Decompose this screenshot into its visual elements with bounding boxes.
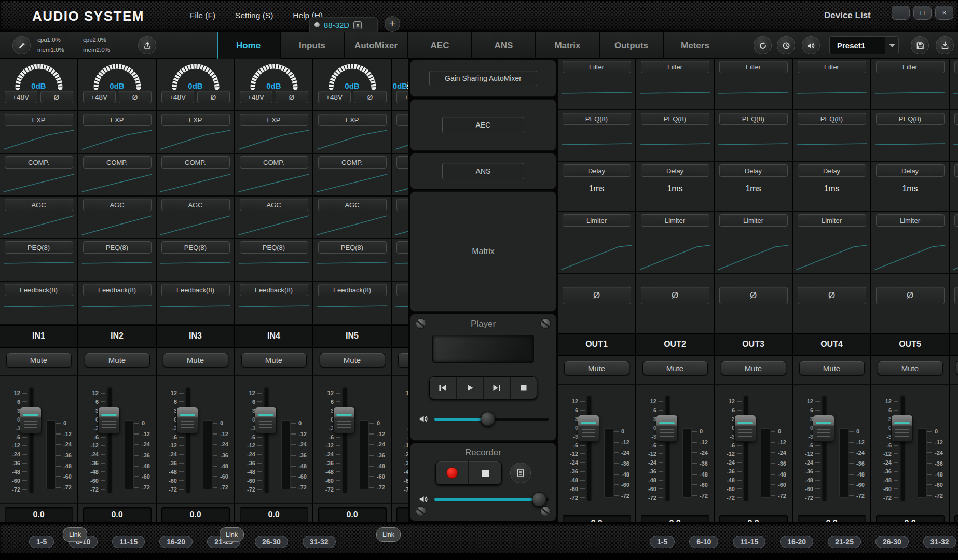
phase-invert-button[interactable]: Ø: [276, 91, 308, 103]
tab-item[interactable]: AEC: [407, 32, 471, 59]
mute-button[interactable]: Mute: [85, 353, 150, 367]
fader-track[interactable]: [823, 396, 826, 501]
menu-item[interactable]: Setting (S): [235, 11, 273, 20]
phase-invert-button[interactable]: Ø: [876, 287, 945, 304]
feedback-button[interactable]: Feedback(8): [240, 284, 308, 296]
preset-select[interactable]: Preset1: [829, 36, 899, 54]
tab-item[interactable]: Home: [217, 32, 280, 59]
add-device-button[interactable]: +: [385, 16, 400, 32]
fader-track[interactable]: [30, 388, 33, 493]
fader-knob[interactable]: [176, 407, 198, 433]
phase-invert-button[interactable]: Ø: [40, 91, 73, 103]
agc-button[interactable]: AGC: [240, 199, 308, 211]
filter-button[interactable]: Filter: [719, 61, 788, 73]
exp-button[interactable]: EXP: [5, 114, 73, 126]
agc-button[interactable]: AGC: [161, 199, 230, 211]
menu-item[interactable]: File (F): [190, 11, 215, 20]
tab-item[interactable]: Matrix: [535, 32, 599, 59]
record-button[interactable]: [436, 461, 468, 484]
filter-button[interactable]: Filter: [954, 61, 958, 73]
agc-button[interactable]: AGC: [83, 199, 152, 211]
peq-button[interactable]: PEQ(8): [240, 241, 308, 254]
peq-button[interactable]: PEQ(8): [5, 241, 73, 254]
edit-button[interactable]: [12, 36, 31, 54]
gain-value-box[interactable]: 0.0: [719, 515, 788, 522]
previous-track-button[interactable]: [430, 377, 456, 399]
phase-invert-button[interactable]: Ø: [719, 287, 788, 304]
page-range-button[interactable]: 11-15: [733, 536, 765, 548]
gain-value-box[interactable]: 0.0: [798, 515, 866, 522]
player-stop-button[interactable]: [510, 377, 537, 399]
limiter-button[interactable]: Limiter: [954, 214, 958, 227]
filter-button[interactable]: Filter: [563, 61, 631, 73]
comp-button[interactable]: COMP.: [396, 156, 409, 169]
phantom-48v-button[interactable]: +48V: [396, 91, 409, 103]
preset-dropdown-button[interactable]: [885, 37, 898, 54]
peq-button[interactable]: PEQ(8): [318, 241, 387, 254]
peq-button[interactable]: PEQ(8): [719, 113, 788, 125]
link-button[interactable]: Link: [63, 527, 87, 542]
filter-button[interactable]: Filter: [876, 61, 945, 73]
fader-track[interactable]: [343, 388, 347, 493]
play-button[interactable]: [456, 377, 483, 399]
feedback-button[interactable]: Feedback(8): [318, 284, 387, 296]
page-range-button[interactable]: 1-5: [650, 536, 675, 548]
minimize-button[interactable]: –: [892, 6, 910, 20]
gain-value-box[interactable]: 0.0: [240, 507, 308, 523]
phantom-48v-button[interactable]: +48V: [240, 91, 272, 103]
recorder-stop-button[interactable]: [468, 461, 501, 484]
page-range-button[interactable]: 6-10: [689, 536, 718, 548]
phase-invert-button[interactable]: Ø: [354, 91, 387, 103]
fader-track[interactable]: [265, 388, 268, 493]
gain-value-box[interactable]: 0.0: [5, 507, 73, 523]
fader-knob[interactable]: [20, 407, 42, 433]
gain-sharing-automixer-button[interactable]: Gain Sharing AutoMixer: [429, 71, 537, 86]
history-button[interactable]: [777, 36, 795, 54]
recorder-volume-slider[interactable]: [434, 498, 549, 501]
delay-button[interactable]: Delay: [954, 164, 958, 177]
comp-button[interactable]: COMP.: [161, 156, 230, 169]
delay-button[interactable]: Delay: [719, 164, 788, 177]
feedback-button[interactable]: Feedback(8): [396, 284, 409, 296]
export-preset-button[interactable]: [936, 36, 954, 54]
phantom-48v-button[interactable]: +48V: [161, 91, 194, 103]
filter-button[interactable]: Filter: [641, 61, 709, 73]
gain-value-box[interactable]: 0.0: [563, 515, 631, 522]
fader-track[interactable]: [587, 396, 591, 501]
mute-button[interactable]: Mute: [642, 361, 708, 375]
phase-invert-button[interactable]: Ø: [641, 287, 709, 304]
maximize-button[interactable]: □: [913, 6, 932, 20]
limiter-button[interactable]: Limiter: [719, 214, 788, 227]
delay-button[interactable]: Delay: [563, 164, 631, 177]
page-range-button[interactable]: 11-15: [112, 536, 145, 548]
link-button[interactable]: Link: [220, 527, 244, 542]
phantom-48v-button[interactable]: +48V: [5, 91, 37, 103]
fader-knob[interactable]: [656, 415, 678, 442]
mute-button[interactable]: Mute: [721, 361, 786, 375]
gain-value-box[interactable]: 0.0: [876, 515, 945, 522]
fader-knob[interactable]: [333, 407, 355, 433]
matrix-panel[interactable]: Matrix: [410, 191, 556, 312]
device-tab-close-icon[interactable]: x: [353, 21, 362, 29]
exp-button[interactable]: EXP: [83, 114, 152, 126]
device-list-label[interactable]: Device List: [824, 10, 871, 21]
delay-button[interactable]: Delay: [798, 164, 866, 177]
exp-button[interactable]: EXP: [240, 114, 308, 126]
page-range-button[interactable]: 26-30: [255, 536, 288, 548]
phase-invert-button[interactable]: Ø: [798, 287, 866, 304]
gain-value-box[interactable]: 0.0: [83, 507, 152, 523]
page-range-button[interactable]: 31-32: [303, 536, 336, 548]
tab-item[interactable]: Meters: [663, 32, 727, 59]
player-volume-knob[interactable]: [481, 412, 495, 426]
player-volume-slider[interactable]: [434, 418, 549, 421]
fader-track[interactable]: [666, 396, 669, 501]
phase-invert-button[interactable]: Ø: [954, 287, 958, 304]
peq-button[interactable]: PEQ(8): [396, 241, 409, 254]
fader-knob[interactable]: [891, 415, 913, 442]
tab-item[interactable]: Inputs: [280, 32, 344, 59]
gain-value-box[interactable]: 0.0: [641, 515, 709, 522]
mute-button[interactable]: Mute: [564, 361, 629, 375]
feedback-button[interactable]: Feedback(8): [5, 284, 73, 296]
phase-invert-button[interactable]: Ø: [119, 91, 152, 103]
exp-button[interactable]: EXP: [396, 114, 409, 126]
